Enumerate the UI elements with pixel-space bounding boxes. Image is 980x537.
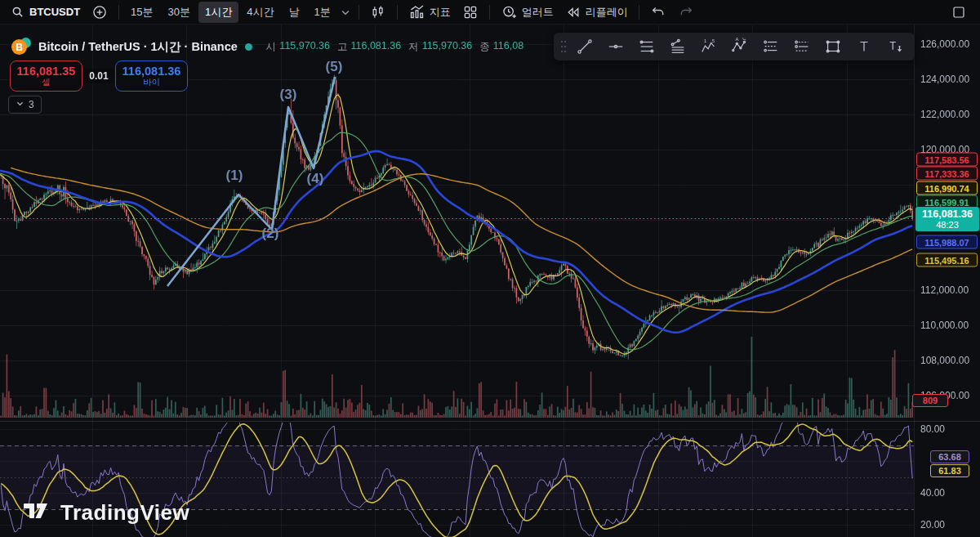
ohlc-value: 116,081.36: [351, 40, 402, 54]
price-axis[interactable]: 126,000.00124,000.00122,000.00120,000.00…: [914, 25, 980, 537]
price-level-label: 117,583.56: [916, 153, 978, 167]
indicators-button[interactable]: 지표: [403, 1, 457, 23]
elliott-wave-label-4: (4): [307, 171, 324, 187]
buy-price: 116,081.36: [122, 65, 181, 78]
ohlc-value: 116,08: [493, 40, 523, 54]
text-tool-button[interactable]: [849, 34, 880, 59]
ohlc-key: 종: [479, 40, 490, 54]
market-status-dot[interactable]: [245, 43, 252, 51]
elliott-impulse-wave-tool-button[interactable]: 15: [693, 34, 724, 59]
alert-clock-icon: [501, 3, 518, 20]
ohlc-value: 115,970.36: [422, 40, 473, 54]
ohlc-key: 고: [337, 40, 348, 54]
price-tick: 124,000.00: [920, 74, 969, 85]
toolbar-divider: [639, 5, 639, 20]
price-tick: 108,000.00: [920, 355, 969, 366]
timeframe-button-4시간[interactable]: 4시간: [240, 2, 280, 23]
drag-handle[interactable]: [558, 38, 569, 56]
object-count: 3: [29, 99, 34, 110]
symbol-title[interactable]: Bitcoin / TetherUS · 1시간 · Binance: [38, 39, 238, 55]
indicators-icon: [408, 3, 425, 20]
anchored-text-icon: [886, 38, 904, 56]
undo-button[interactable]: [644, 2, 672, 23]
trend-line-tool-button[interactable]: [569, 34, 600, 59]
anchored-text-tool-button[interactable]: [880, 34, 911, 59]
rsi-tick: 40.00: [920, 487, 945, 499]
rsi-tick: 20.00: [920, 519, 945, 530]
elliott-wave-label-1: (1): [226, 168, 243, 184]
long-position-icon: [762, 38, 780, 56]
elliott-wave-label-2: (2): [262, 226, 279, 242]
elliott-wave-label-3: (3): [280, 87, 297, 103]
fib-retracement-icon: [638, 38, 656, 56]
rectangle-tool-button[interactable]: [817, 34, 849, 59]
timeframe-group: 15분30분1시간4시간날1분: [124, 2, 337, 23]
price-level-label: 116,990.74: [916, 181, 978, 195]
rsi-value-label: 63.68: [930, 450, 969, 463]
timeframe-button-15분[interactable]: 15분: [124, 2, 159, 23]
drawing-toolbar: 15AC: [554, 33, 915, 60]
sell-button[interactable]: 116,081.35 셀: [10, 60, 82, 92]
undo-icon: [650, 4, 666, 20]
current-price-label: 116,081.3648:23: [915, 207, 979, 231]
ohlc-pair: 시115,970.36: [266, 40, 330, 54]
top-toolbar: BTCUSDT 15분30분1시간4시간날1분 지표 얼러트 리플레이: [0, 0, 980, 25]
alert-button[interactable]: 얼러트: [495, 1, 559, 23]
text-icon: [855, 38, 873, 56]
trend-fib-extension-tool-button[interactable]: [662, 34, 693, 59]
object-tree-button[interactable]: 3: [8, 96, 42, 114]
fullscreen-button[interactable]: [946, 2, 972, 22]
fullscreen-square-icon: [951, 5, 966, 20]
timeframe-menu-button[interactable]: [337, 4, 354, 20]
long-position-tool-button[interactable]: [755, 34, 786, 59]
timeframe-button-1분[interactable]: 1분: [308, 2, 337, 23]
svg-text:A: A: [736, 38, 739, 42]
price-tick: 126,000.00: [920, 38, 969, 50]
timeframe-button-날[interactable]: 날: [283, 2, 306, 23]
elliott-impulse-wave-icon: 15: [700, 38, 718, 56]
search-icon: [11, 5, 25, 20]
trade-panel: 116,081.35 셀 0.01 116,081.36 바이: [10, 60, 188, 92]
replay-label: 리플레이: [586, 5, 628, 20]
layout-grid-button[interactable]: [457, 2, 484, 23]
symbol-legend: B Bitcoin / TetherUS · 1시간 · Binance 시11…: [11, 38, 523, 56]
indicators-label: 지표: [430, 5, 451, 20]
price-level-label: 115,495.16: [916, 253, 978, 267]
layout-grid-icon: [462, 4, 479, 20]
bar-countdown: 48:23: [915, 220, 979, 230]
replay-button[interactable]: 리플레이: [559, 2, 634, 23]
fib-retracement-tool-button[interactable]: [631, 34, 662, 59]
trend-fib-extension-icon: [669, 38, 687, 56]
bitcoin-logo-icon: B: [11, 38, 31, 56]
short-position-icon: [793, 38, 811, 56]
ohlc-pair: 종116,08: [479, 40, 523, 54]
price-level-label: 115,988.07: [916, 235, 978, 249]
ohlc-values: 시115,970.36고116,081.36저115,970.36종116,08: [266, 40, 523, 54]
rsi-tick: 80.00: [920, 423, 945, 435]
redo-icon: [678, 4, 694, 20]
price-tick: 110,000.00: [920, 320, 969, 331]
sell-price: 116,081.35: [17, 65, 76, 78]
buy-button[interactable]: 116,081.36 바이: [115, 60, 188, 92]
tradingview-watermark: TradingView: [23, 497, 189, 528]
compare-add-button[interactable]: [86, 2, 114, 23]
redo-button[interactable]: [672, 2, 700, 23]
horizontal-line-tool-button[interactable]: [600, 34, 631, 59]
timeframe-button-30분[interactable]: 30분: [162, 2, 197, 23]
spread-value: 0.01: [83, 69, 114, 83]
rectangle-icon: [824, 38, 842, 56]
timeframe-button-1시간[interactable]: 1시간: [198, 2, 238, 23]
sell-label: 셀: [42, 77, 51, 88]
chevron-down-icon: [340, 7, 351, 18]
current-price: 116,081.36: [915, 208, 979, 220]
abcd-pattern-tool-button[interactable]: AC: [724, 34, 755, 59]
price-level-label: 117,333.36: [916, 167, 978, 181]
chart-style-button[interactable]: [364, 2, 392, 23]
symbol-name: BTCUSDT: [29, 6, 80, 18]
short-position-tool-button[interactable]: [786, 34, 817, 59]
tradingview-logo-icon: [23, 497, 52, 528]
buy-label: 바이: [143, 77, 160, 88]
ohlc-pair: 저115,970.36: [408, 40, 472, 54]
toolbar-divider: [489, 5, 490, 20]
symbol-search-button[interactable]: BTCUSDT: [5, 2, 86, 22]
